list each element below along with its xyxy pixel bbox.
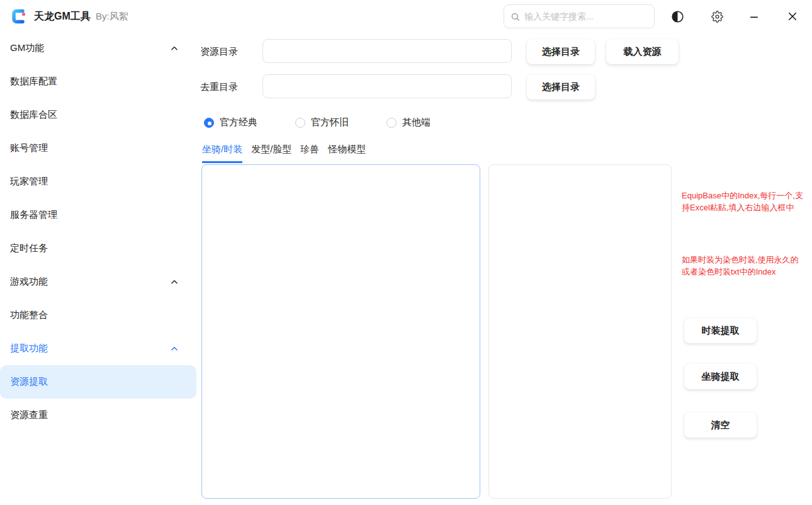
sidebar-item-label: GM功能: [10, 42, 44, 54]
tab-pet[interactable]: 珍兽: [300, 144, 319, 163]
resource-dir-input[interactable]: [262, 39, 512, 63]
search-box[interactable]: [504, 4, 655, 28]
category-tabs: 坐骑/时装 发型/脸型 珍兽 怪物模型: [202, 144, 366, 163]
sidebar-group-gm[interactable]: GM功能: [0, 31, 196, 65]
tab-hair-face[interactable]: 发型/脸型: [251, 144, 291, 163]
sidebar-item-label: 资源提取: [10, 376, 48, 388]
radio-dot-icon: [386, 118, 397, 128]
app-byline: By:风絮: [96, 11, 128, 23]
dye-fashion-hint-note: 如果时装为染色时装,使用永久的或者染色时装txt中的Index: [682, 254, 806, 278]
chevron-up-icon: [170, 344, 179, 353]
sidebar-item-player-mgmt[interactable]: 玩家管理: [0, 165, 196, 198]
sidebar-item-scheduled-tasks[interactable]: 定时任务: [0, 232, 196, 265]
app-logo-icon: [10, 8, 28, 25]
sidebar-item-resource-dedupe[interactable]: 资源查重: [0, 399, 196, 432]
radio-dot-icon: [295, 118, 305, 128]
sidebar-item-label: 定时任务: [10, 242, 48, 254]
sidebar-item-label: 账号管理: [10, 142, 48, 154]
load-resource-button[interactable]: 载入资源: [606, 39, 679, 64]
radio-label: 官方经典: [220, 116, 257, 128]
resource-list-panel[interactable]: [201, 164, 480, 499]
sidebar-item-label: 提取功能: [10, 343, 48, 355]
resource-dir-label: 资源目录: [200, 46, 238, 58]
tab-mount-fashion[interactable]: 坐骑/时装: [202, 144, 242, 163]
sidebar-group-extract-functions[interactable]: 提取功能: [0, 332, 196, 365]
client-version-radio-group: 官方经典 官方怀旧 其他端: [204, 116, 431, 128]
extract-mount-button[interactable]: 坐骑提取: [684, 364, 757, 389]
radio-dot-icon: [204, 118, 214, 128]
close-icon[interactable]: [785, 9, 800, 24]
chevron-up-icon: [170, 278, 179, 287]
sidebar-group-game-functions[interactable]: 游戏功能: [0, 265, 196, 298]
app-window: 天龙GM工具 By:风絮: [0, 0, 812, 505]
index-hint-note: EquipBase中的Index,每行一个,支持Excel粘贴,填入右边输入框中: [682, 190, 806, 214]
sidebar-item-db-config[interactable]: 数据库配置: [0, 65, 196, 98]
sidebar-item-account-mgmt[interactable]: 账号管理: [0, 132, 196, 165]
sidebar-item-label: 资源查重: [10, 409, 48, 421]
sidebar: GM功能 数据库配置 数据库合区 账号管理 玩家管理 服务器管理 定时任务 游戏…: [0, 31, 196, 432]
index-input-area[interactable]: [488, 164, 672, 499]
choose-dedupe-dir-button[interactable]: 选择目录: [527, 74, 595, 99]
search-input[interactable]: [524, 11, 648, 21]
clear-button[interactable]: 清空: [684, 412, 757, 438]
radio-label: 其他端: [402, 116, 431, 128]
sidebar-item-label: 游戏功能: [10, 276, 48, 288]
settings-gear-icon[interactable]: [709, 9, 725, 24]
radio-label: 官方怀旧: [311, 116, 349, 128]
sidebar-item-label: 数据库配置: [10, 76, 57, 88]
search-icon: [510, 12, 520, 21]
extract-fashion-button[interactable]: 时装提取: [684, 318, 757, 343]
app-title: 天龙GM工具: [34, 10, 91, 23]
sidebar-item-label: 玩家管理: [10, 176, 48, 188]
radio-official-classic[interactable]: 官方经典: [204, 116, 257, 128]
choose-resource-dir-button[interactable]: 选择目录: [527, 39, 595, 64]
radio-other-client[interactable]: 其他端: [386, 116, 431, 128]
sidebar-item-label: 功能整合: [10, 309, 48, 321]
sidebar-item-db-merge[interactable]: 数据库合区: [0, 98, 196, 132]
radio-official-nostalgia[interactable]: 官方怀旧: [295, 116, 349, 128]
sidebar-item-resource-extract[interactable]: 资源提取: [0, 365, 196, 399]
sidebar-item-label: 数据库合区: [10, 109, 57, 121]
sidebar-item-server-mgmt[interactable]: 服务器管理: [0, 198, 196, 232]
dedupe-dir-input[interactable]: [262, 74, 512, 98]
minimize-icon[interactable]: [747, 9, 762, 24]
theme-toggle-icon[interactable]: [670, 9, 685, 24]
sidebar-item-function-integration[interactable]: 功能整合: [0, 298, 196, 332]
sidebar-item-label: 服务器管理: [10, 209, 57, 221]
title-bar: 天龙GM工具 By:风絮: [0, 0, 812, 33]
dedupe-dir-label: 去重目录: [200, 81, 238, 93]
tab-monster-model[interactable]: 怪物模型: [328, 144, 366, 163]
chevron-up-icon: [170, 44, 179, 53]
